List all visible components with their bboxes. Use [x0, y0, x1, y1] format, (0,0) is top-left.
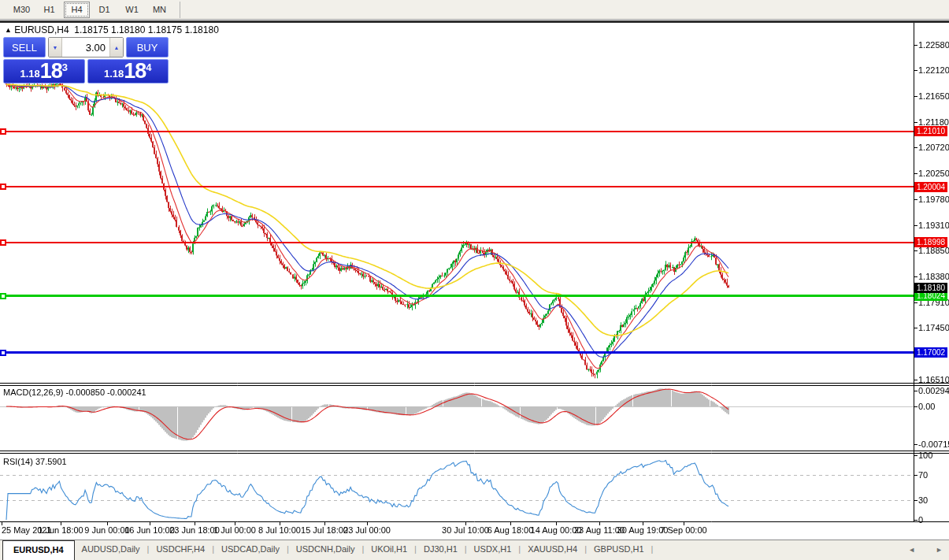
- rsi-axis-label: 0: [918, 515, 923, 525]
- date-label: 1 Jun 18:00: [38, 525, 83, 535]
- current-price-badge: 1.18180: [914, 283, 947, 293]
- price-tick-label: 1.22580: [918, 40, 949, 50]
- sell-price-small: 1.18: [20, 66, 39, 82]
- level-price-badge: 1.17002: [914, 347, 947, 358]
- volume-increase-icon[interactable]: ▲: [109, 38, 123, 57]
- timeframe-toolbar: M30H1H4D1W1MN: [0, 0, 949, 20]
- price-tick-label: 1.20720: [918, 143, 949, 152]
- timeframe-button-d1[interactable]: D1: [91, 2, 117, 18]
- buy-price-big: 18: [124, 61, 146, 82]
- symbol-arrow-icon: ▲: [5, 26, 12, 34]
- horizontal-level-line[interactable]: [0, 131, 914, 132]
- date-label: 6 Aug 18:00: [487, 525, 534, 535]
- price-tick-label: 1.19780: [918, 195, 949, 204]
- rsi-axis-label: 70: [918, 470, 928, 480]
- price-tick-label: 1.20250: [918, 169, 949, 178]
- price-tick-label: 1.17450: [918, 323, 949, 332]
- price-tick-label: 1.21180: [918, 117, 949, 127]
- price-tick-label: 1.22120: [918, 65, 949, 75]
- level-price-badge: 1.21010: [914, 126, 947, 136]
- price-tick-label: 1.18380: [918, 272, 949, 281]
- chart-title: ▲ EURUSD,H4 1.18175 1.18180 1.18175 1.18…: [5, 24, 219, 35]
- macd-axis-label: 0.002947: [918, 386, 949, 395]
- window-splitter[interactable]: [0, 20, 949, 23]
- toolbar-separator: [180, 2, 180, 18]
- level-marker-icon[interactable]: [0, 128, 6, 135]
- horizontal-level-line[interactable]: [0, 242, 914, 243]
- chart-tab-ukoil-h1[interactable]: UKOil,H1: [364, 540, 414, 560]
- date-label: 1 Jul 00:00: [213, 525, 256, 535]
- volume-stepper: ▼ 3.00 ▲: [48, 37, 124, 57]
- timeframe-button-h4[interactable]: H4: [64, 2, 90, 18]
- buy-price-display[interactable]: 1.18 18 4: [87, 59, 169, 83]
- tab-scroll-buttons: ◄ ►: [908, 546, 943, 554]
- sell-button[interactable]: SELL: [3, 37, 46, 57]
- date-label: 23 Jul 00:00: [343, 525, 391, 535]
- rsi-axis-label: 30: [918, 495, 928, 505]
- buy-price-pip: 4: [146, 62, 151, 72]
- chart-tab-usdcnh-daily[interactable]: USDCNH,Daily: [289, 540, 362, 560]
- date-label: 9 Jun 00:00: [84, 525, 130, 535]
- price-tick-label: 1.21650: [918, 91, 949, 101]
- date-label: 30 Jul 10:00: [442, 525, 489, 535]
- sell-price-big: 18: [40, 61, 62, 82]
- price-tick-label: 1.16510: [918, 375, 949, 384]
- horizontal-level-line[interactable]: [0, 186, 914, 187]
- level-marker-icon[interactable]: [0, 239, 6, 246]
- timeframe-button-mn[interactable]: MN: [146, 2, 172, 18]
- date-label: 23 Jun 18:00: [169, 525, 220, 535]
- tab-separator: |: [651, 540, 654, 560]
- date-label: 8 Jul 10:00: [258, 525, 301, 535]
- sell-price-pip: 3: [62, 62, 68, 72]
- chart-tab-usdx-h1[interactable]: USDX,H1: [467, 540, 519, 560]
- volume-decrease-icon[interactable]: ▼: [49, 38, 62, 57]
- level-marker-icon[interactable]: [0, 350, 6, 356]
- chart-ohlc-values: 1.18175 1.18180 1.18175 1.18180: [74, 24, 219, 35]
- date-label: 15 Jul 18:00: [301, 525, 348, 535]
- chart-tab-audusd-daily[interactable]: AUDUSD,Daily: [75, 540, 147, 560]
- horizontal-level-line[interactable]: [0, 351, 914, 354]
- timeframe-button-h1[interactable]: H1: [36, 2, 62, 18]
- one-click-trade-panel: SELL ▼ 3.00 ▲ BUY 1.18 18 3 1.18 18 4: [3, 37, 169, 83]
- macd-indicator-label: MACD(12,26,9) -0.000850 -0.000241: [3, 388, 146, 397]
- volume-input[interactable]: 3.00: [62, 38, 109, 57]
- tab-scroll-left-icon[interactable]: ◄: [908, 546, 915, 554]
- timeframe-button-m30[interactable]: M30: [9, 2, 35, 18]
- chart-tab-xauusd-h4[interactable]: XAUUSD,H4: [521, 540, 584, 560]
- buy-button[interactable]: BUY: [126, 37, 169, 57]
- date-label: 7 Sep 00:00: [660, 525, 706, 535]
- rsi-axis-label: 100: [918, 451, 932, 460]
- level-marker-icon[interactable]: [0, 184, 6, 190]
- horizontal-level-line[interactable]: [0, 295, 914, 297]
- sell-price-display[interactable]: 1.18 18 3: [3, 59, 85, 83]
- macd-axis-label: -0.007151: [918, 439, 949, 449]
- chart-tab-gbpusd-h1[interactable]: GBPUSD,H1: [587, 540, 651, 560]
- chart-tab-usdchf-h4[interactable]: USDCHF,H4: [149, 540, 212, 560]
- level-price-badge: 1.18998: [914, 237, 947, 247]
- chart-tab-usdcad-daily[interactable]: USDCAD,Daily: [214, 540, 287, 560]
- chart-symbol-label: EURUSD,H4: [14, 24, 69, 35]
- level-marker-icon[interactable]: [0, 293, 6, 299]
- chart-canvas[interactable]: [0, 0, 949, 560]
- macd-axis-label: 0.00: [918, 402, 935, 411]
- rsi-indicator-label: RSI(14) 37.5901: [3, 457, 67, 466]
- buy-price-small: 1.18: [104, 66, 124, 82]
- chart-tab-bar: EURUSD,H4AUDUSD,Daily|USDCHF,H4|USDCAD,D…: [0, 540, 949, 560]
- tab-scroll-right-icon[interactable]: ►: [936, 546, 943, 554]
- price-tick-label: 1.19310: [918, 221, 949, 230]
- timeframe-button-w1[interactable]: W1: [119, 2, 145, 18]
- date-label: 16 Jun 10:00: [124, 525, 175, 535]
- level-price-badge: 1.20004: [914, 182, 947, 192]
- chart-tab-dj30-h1[interactable]: DJ30,H1: [417, 540, 465, 560]
- chart-tab-eurusd-h4[interactable]: EURUSD,H4: [2, 540, 75, 560]
